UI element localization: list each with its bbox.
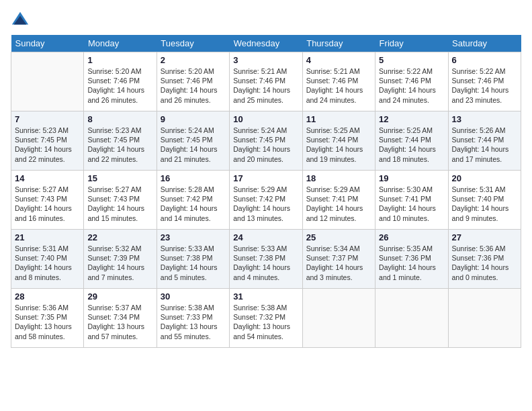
day-number: 17	[233, 173, 298, 183]
day-info: Sunrise: 5:32 AMSunset: 7:39 PMDaylight:…	[87, 244, 152, 282]
day-number: 18	[306, 173, 371, 183]
day-number: 30	[161, 291, 226, 302]
day-info: Sunrise: 5:20 AMSunset: 7:46 PMDaylight:…	[87, 66, 152, 105]
calendar-cell: 12Sunrise: 5:25 AMSunset: 7:44 PMDayligh…	[375, 111, 448, 171]
day-info: Sunrise: 5:24 AMSunset: 7:45 PMDaylight:…	[161, 126, 226, 164]
calendar-cell: 30Sunrise: 5:38 AMSunset: 7:33 PMDayligh…	[157, 289, 229, 348]
calendar-cell: 21Sunrise: 5:31 AMSunset: 7:40 PMDayligh…	[11, 230, 84, 289]
day-info: Sunrise: 5:28 AMSunset: 7:42 PMDaylight:…	[161, 185, 226, 223]
day-number: 19	[379, 173, 444, 183]
logo-icon	[11, 11, 30, 30]
weekday-header-saturday: Saturday	[448, 35, 521, 52]
day-info: Sunrise: 5:22 AMSunset: 7:46 PMDaylight:…	[452, 66, 517, 105]
calendar-cell: 23Sunrise: 5:33 AMSunset: 7:38 PMDayligh…	[157, 230, 229, 289]
day-info: Sunrise: 5:33 AMSunset: 7:38 PMDaylight:…	[161, 244, 226, 282]
day-info: Sunrise: 5:29 AMSunset: 7:42 PMDaylight:…	[233, 185, 298, 223]
day-number: 31	[233, 291, 298, 302]
day-number: 14	[15, 173, 80, 183]
day-info: Sunrise: 5:27 AMSunset: 7:43 PMDaylight:…	[87, 185, 152, 223]
calendar-cell: 13Sunrise: 5:26 AMSunset: 7:44 PMDayligh…	[448, 111, 521, 171]
day-info: Sunrise: 5:21 AMSunset: 7:46 PMDaylight:…	[233, 66, 298, 105]
calendar-cell: 8Sunrise: 5:23 AMSunset: 7:45 PMDaylight…	[84, 111, 157, 171]
weekday-header-sunday: Sunday	[11, 35, 84, 52]
calendar-week-3: 14Sunrise: 5:27 AMSunset: 7:43 PMDayligh…	[11, 171, 521, 230]
day-number: 8	[87, 114, 152, 124]
day-number: 26	[379, 232, 444, 242]
day-info: Sunrise: 5:38 AMSunset: 7:33 PMDaylight:…	[161, 303, 226, 341]
calendar-cell: 7Sunrise: 5:23 AMSunset: 7:45 PMDaylight…	[11, 111, 84, 171]
day-info: Sunrise: 5:25 AMSunset: 7:44 PMDaylight:…	[306, 126, 371, 164]
calendar-cell	[448, 289, 521, 348]
day-info: Sunrise: 5:36 AMSunset: 7:35 PMDaylight:…	[15, 303, 80, 341]
weekday-header-row: SundayMondayTuesdayWednesdayThursdayFrid…	[11, 35, 521, 52]
weekday-header-wednesday: Wednesday	[230, 35, 302, 52]
calendar-cell: 25Sunrise: 5:34 AMSunset: 7:37 PMDayligh…	[302, 230, 375, 289]
calendar-week-4: 21Sunrise: 5:31 AMSunset: 7:40 PMDayligh…	[11, 230, 521, 289]
day-info: Sunrise: 5:31 AMSunset: 7:40 PMDaylight:…	[452, 185, 517, 223]
calendar-week-1: 1Sunrise: 5:20 AMSunset: 7:46 PMDaylight…	[11, 52, 521, 111]
day-info: Sunrise: 5:21 AMSunset: 7:46 PMDaylight:…	[306, 66, 371, 105]
day-number: 21	[15, 232, 80, 242]
calendar-cell: 14Sunrise: 5:27 AMSunset: 7:43 PMDayligh…	[11, 171, 84, 230]
day-info: Sunrise: 5:34 AMSunset: 7:37 PMDaylight:…	[306, 244, 371, 282]
calendar-cell: 22Sunrise: 5:32 AMSunset: 7:39 PMDayligh…	[84, 230, 157, 289]
day-info: Sunrise: 5:22 AMSunset: 7:46 PMDaylight:…	[379, 66, 444, 105]
calendar-cell	[11, 52, 84, 111]
day-info: Sunrise: 5:33 AMSunset: 7:38 PMDaylight:…	[233, 244, 298, 282]
calendar-cell: 4Sunrise: 5:21 AMSunset: 7:46 PMDaylight…	[302, 52, 375, 111]
calendar-cell: 3Sunrise: 5:21 AMSunset: 7:46 PMDaylight…	[230, 52, 302, 111]
day-number: 2	[161, 55, 226, 65]
calendar-table: SundayMondayTuesdayWednesdayThursdayFrid…	[11, 35, 521, 348]
weekday-header-friday: Friday	[375, 35, 448, 52]
day-number: 16	[161, 173, 226, 183]
calendar-cell: 31Sunrise: 5:38 AMSunset: 7:32 PMDayligh…	[230, 289, 302, 348]
calendar-cell: 28Sunrise: 5:36 AMSunset: 7:35 PMDayligh…	[11, 289, 84, 348]
calendar-cell: 5Sunrise: 5:22 AMSunset: 7:46 PMDaylight…	[375, 52, 448, 111]
day-number: 6	[452, 55, 517, 65]
day-number: 4	[306, 55, 371, 65]
calendar-cell: 11Sunrise: 5:25 AMSunset: 7:44 PMDayligh…	[302, 111, 375, 171]
calendar-cell: 9Sunrise: 5:24 AMSunset: 7:45 PMDaylight…	[157, 111, 229, 171]
day-info: Sunrise: 5:36 AMSunset: 7:36 PMDaylight:…	[452, 244, 517, 282]
day-number: 7	[15, 114, 80, 124]
day-info: Sunrise: 5:38 AMSunset: 7:32 PMDaylight:…	[233, 303, 298, 341]
calendar-cell: 16Sunrise: 5:28 AMSunset: 7:42 PMDayligh…	[157, 171, 229, 230]
day-number: 11	[306, 114, 371, 124]
day-info: Sunrise: 5:37 AMSunset: 7:34 PMDaylight:…	[87, 303, 152, 341]
day-number: 29	[87, 291, 152, 302]
calendar-cell: 15Sunrise: 5:27 AMSunset: 7:43 PMDayligh…	[84, 171, 157, 230]
day-number: 5	[379, 55, 444, 65]
calendar-cell: 10Sunrise: 5:24 AMSunset: 7:45 PMDayligh…	[230, 111, 302, 171]
day-number: 20	[452, 173, 517, 183]
calendar-week-2: 7Sunrise: 5:23 AMSunset: 7:45 PMDaylight…	[11, 111, 521, 171]
day-info: Sunrise: 5:24 AMSunset: 7:45 PMDaylight:…	[233, 126, 298, 164]
calendar-cell: 19Sunrise: 5:30 AMSunset: 7:41 PMDayligh…	[375, 171, 448, 230]
day-info: Sunrise: 5:29 AMSunset: 7:41 PMDaylight:…	[306, 185, 371, 223]
day-info: Sunrise: 5:20 AMSunset: 7:46 PMDaylight:…	[161, 66, 226, 105]
day-info: Sunrise: 5:35 AMSunset: 7:36 PMDaylight:…	[379, 244, 444, 282]
calendar-cell: 27Sunrise: 5:36 AMSunset: 7:36 PMDayligh…	[448, 230, 521, 289]
day-number: 3	[233, 55, 298, 65]
day-info: Sunrise: 5:30 AMSunset: 7:41 PMDaylight:…	[379, 185, 444, 223]
day-number: 24	[233, 232, 298, 242]
day-number: 25	[306, 232, 371, 242]
day-number: 1	[87, 55, 152, 65]
page-header	[11, 11, 521, 30]
day-info: Sunrise: 5:23 AMSunset: 7:45 PMDaylight:…	[15, 126, 80, 164]
weekday-header-thursday: Thursday	[302, 35, 375, 52]
weekday-header-tuesday: Tuesday	[157, 35, 229, 52]
calendar-cell: 2Sunrise: 5:20 AMSunset: 7:46 PMDaylight…	[157, 52, 229, 111]
calendar-cell	[302, 289, 375, 348]
day-number: 15	[87, 173, 152, 183]
day-info: Sunrise: 5:25 AMSunset: 7:44 PMDaylight:…	[379, 126, 444, 164]
calendar-cell: 6Sunrise: 5:22 AMSunset: 7:46 PMDaylight…	[448, 52, 521, 111]
day-info: Sunrise: 5:26 AMSunset: 7:44 PMDaylight:…	[452, 126, 517, 164]
calendar-cell: 24Sunrise: 5:33 AMSunset: 7:38 PMDayligh…	[230, 230, 302, 289]
day-number: 9	[161, 114, 226, 124]
calendar-cell: 17Sunrise: 5:29 AMSunset: 7:42 PMDayligh…	[230, 171, 302, 230]
calendar-week-5: 28Sunrise: 5:36 AMSunset: 7:35 PMDayligh…	[11, 289, 521, 348]
day-number: 13	[452, 114, 517, 124]
day-number: 12	[379, 114, 444, 124]
day-info: Sunrise: 5:23 AMSunset: 7:45 PMDaylight:…	[87, 126, 152, 164]
calendar-cell: 20Sunrise: 5:31 AMSunset: 7:40 PMDayligh…	[448, 171, 521, 230]
